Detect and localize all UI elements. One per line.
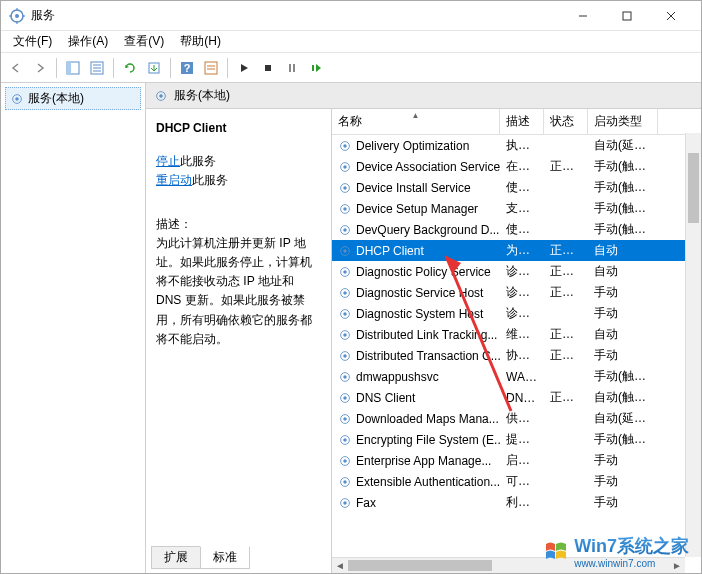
tab-standard[interactable]: 标准 [200, 546, 250, 569]
titlebar: 服务 [1, 1, 701, 31]
maximize-button[interactable] [605, 2, 649, 30]
service-row[interactable]: Diagnostic Service Host诊断...正在...手动 [332, 282, 701, 303]
service-desc: 为此... [500, 242, 544, 259]
properties-button2[interactable] [200, 57, 222, 79]
service-row[interactable]: Fax利用...手动 [332, 492, 701, 513]
svg-point-63 [343, 480, 347, 484]
service-status: 正在... [544, 263, 588, 280]
tree-root-item[interactable]: 服务(本地) [5, 87, 141, 110]
gear-icon [338, 244, 352, 258]
service-row[interactable]: Extensible Authentication...可扩...手动 [332, 471, 701, 492]
service-status: 正在... [544, 389, 588, 406]
service-row[interactable]: Delivery Optimization执行...自动(延迟... [332, 135, 701, 156]
stop-link[interactable]: 停止 [156, 154, 180, 168]
menu-view[interactable]: 查看(V) [116, 31, 172, 52]
svg-text:?: ? [184, 62, 191, 74]
svg-point-55 [343, 396, 347, 400]
service-desc: 诊断... [500, 284, 544, 301]
col-desc[interactable]: 描述 [500, 109, 544, 134]
menu-file[interactable]: 文件(F) [5, 31, 60, 52]
menu-help[interactable]: 帮助(H) [172, 31, 229, 52]
service-start: 手动(触发... [588, 221, 658, 238]
service-start: 自动(延迟... [588, 137, 658, 154]
restart-link[interactable]: 重启动 [156, 173, 192, 187]
svg-rect-22 [265, 65, 271, 71]
service-name: Delivery Optimization [356, 139, 469, 153]
gear-icon [338, 496, 352, 510]
service-row[interactable]: Encrypting File System (E...提供...手动(触发..… [332, 429, 701, 450]
svg-rect-7 [623, 12, 631, 20]
svg-point-27 [15, 97, 19, 101]
service-name: DNS Client [356, 391, 415, 405]
tab-extended[interactable]: 扩展 [151, 546, 201, 569]
export-button[interactable] [143, 57, 165, 79]
service-start: 自动(延迟... [588, 410, 658, 427]
service-name: Distributed Link Tracking... [356, 328, 497, 342]
back-button[interactable] [5, 57, 27, 79]
svg-point-51 [343, 354, 347, 358]
service-start: 自动 [588, 242, 658, 259]
refresh-button[interactable] [119, 57, 141, 79]
content-header: 服务(本地) [146, 83, 701, 109]
svg-point-1 [15, 14, 19, 18]
restart-suffix: 此服务 [192, 173, 228, 187]
minimize-button[interactable] [561, 2, 605, 30]
service-row[interactable]: dmwappushsvcWAP...手动(触发... [332, 366, 701, 387]
restart-service-button[interactable] [305, 57, 327, 79]
service-row[interactable]: DHCP Client为此...正在...自动 [332, 240, 701, 261]
service-row[interactable]: Distributed Link Tracking...维护...正在...自动 [332, 324, 701, 345]
show-hide-tree-button[interactable] [62, 57, 84, 79]
gear-icon [10, 92, 24, 106]
menu-action[interactable]: 操作(A) [60, 31, 116, 52]
selected-service-name: DHCP Client [156, 119, 321, 138]
service-name: Fax [356, 496, 376, 510]
gear-icon [338, 139, 352, 153]
svg-point-65 [343, 501, 347, 505]
tree-pane: 服务(本地) [1, 83, 146, 573]
service-row[interactable]: Distributed Transaction C...协调...正在...手动 [332, 345, 701, 366]
start-service-button[interactable] [233, 57, 255, 79]
service-desc: 协调... [500, 347, 544, 364]
service-start: 自动(触发... [588, 389, 658, 406]
svg-point-31 [343, 144, 347, 148]
service-status: 正在... [544, 284, 588, 301]
vertical-scrollbar[interactable] [685, 133, 701, 557]
stop-service-button[interactable] [257, 57, 279, 79]
close-button[interactable] [649, 2, 693, 30]
service-name: Device Install Service [356, 181, 471, 195]
svg-point-35 [343, 186, 347, 190]
separator [113, 58, 114, 78]
help-button[interactable]: ? [176, 57, 198, 79]
forward-button[interactable] [29, 57, 51, 79]
properties-button[interactable] [86, 57, 108, 79]
pause-service-button[interactable] [281, 57, 303, 79]
col-status[interactable]: 状态 [544, 109, 588, 134]
description-text: 为此计算机注册并更新 IP 地址。如果此服务停止，计算机将不能接收动态 IP 地… [156, 234, 321, 349]
service-start: 自动 [588, 263, 658, 280]
service-name: Distributed Transaction C... [356, 349, 500, 363]
col-start[interactable]: 启动类型 [588, 109, 658, 134]
service-row[interactable]: Diagnostic System Host诊断...手动 [332, 303, 701, 324]
window-title: 服务 [31, 7, 561, 24]
col-name[interactable]: ▲名称 [332, 109, 500, 134]
scroll-left-icon[interactable]: ◄ [332, 560, 348, 571]
service-row[interactable]: Diagnostic Policy Service诊断...正在...自动 [332, 261, 701, 282]
service-row[interactable]: DNS ClientDNS...正在...自动(触发... [332, 387, 701, 408]
service-row[interactable]: Device Setup Manager支持...手动(触发... [332, 198, 701, 219]
service-row[interactable]: Enterprise App Manage...启用...手动 [332, 450, 701, 471]
gear-icon [338, 160, 352, 174]
gear-icon [338, 433, 352, 447]
tree-root-label: 服务(本地) [28, 90, 84, 107]
gear-icon [338, 328, 352, 342]
service-row[interactable]: Device Install Service使计...手动(触发... [332, 177, 701, 198]
service-row[interactable]: Downloaded Maps Mana...供应...自动(延迟... [332, 408, 701, 429]
service-row[interactable]: Device Association Service在系...正在...手动(触… [332, 156, 701, 177]
service-desc: 供应... [500, 410, 544, 427]
service-start: 手动 [588, 347, 658, 364]
service-desc: 维护... [500, 326, 544, 343]
description-label: 描述： [156, 215, 321, 234]
gear-icon [338, 454, 352, 468]
service-row[interactable]: DevQuery Background D...使应...手动(触发... [332, 219, 701, 240]
service-desc: 执行... [500, 137, 544, 154]
service-status: 正在... [544, 158, 588, 175]
